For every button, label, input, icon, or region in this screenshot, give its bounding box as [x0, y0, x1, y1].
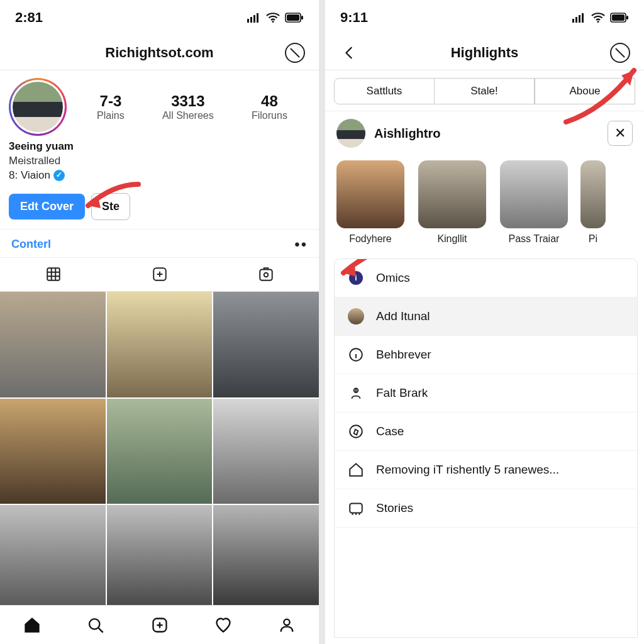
svg-rect-25: [572, 19, 574, 23]
add-tab-icon[interactable]: [106, 258, 213, 291]
svg-rect-26: [575, 17, 577, 23]
bio-name: 3eeing yuam: [9, 140, 310, 154]
battery-icon: [610, 13, 629, 23]
profile-bio: 3eeing yuam Meistralled 8: Viaion: [0, 140, 319, 189]
stat-following[interactable]: 48 Filoruns: [252, 92, 287, 121]
nav-bar: Highlights: [325, 35, 644, 70]
back-icon[interactable]: [338, 42, 360, 64]
grid-photo[interactable]: [107, 505, 213, 605]
bio-category: Meistralled: [9, 154, 310, 169]
highlight-label: Fodyhere: [335, 233, 406, 245]
grid-photo[interactable]: [213, 505, 319, 605]
user-avatar[interactable]: [336, 119, 365, 148]
svg-point-24: [284, 619, 290, 625]
highlight-label: Pi: [580, 233, 606, 245]
grid-tab-icon[interactable]: [0, 258, 106, 291]
profile-tab-icon[interactable]: [255, 606, 319, 644]
cellular-signal-icon: [247, 13, 261, 23]
highlight-thumbnail: [580, 160, 606, 228]
create-tab-icon[interactable]: [128, 606, 191, 644]
badge-icon: i: [347, 269, 365, 287]
svg-point-18: [264, 273, 268, 277]
highlights-screen: 9:11 Highlights Sattluts Stale! Aboue: [325, 0, 644, 644]
menu-item-label: Add Itunal: [376, 309, 430, 323]
grid-photo[interactable]: [107, 399, 213, 504]
settings-icon[interactable]: [609, 42, 631, 64]
secondary-button[interactable]: Ste: [91, 193, 130, 220]
highlights-row: Fodyhere Kingllit Pass Traiar Pi: [325, 159, 644, 247]
menu-item-falt-brark[interactable]: Falt Brark: [335, 374, 637, 413]
bio-detail: 8: Viaion: [9, 169, 310, 183]
profile-screen: 2:81 Richightsot.com 7-3 Plains: [0, 0, 319, 644]
activity-tab-icon[interactable]: [191, 606, 255, 644]
svg-point-19: [89, 619, 99, 629]
svg-rect-28: [582, 13, 584, 23]
svg-rect-32: [626, 16, 628, 19]
profile-action-row: Edt Cover Ste: [0, 189, 319, 229]
grid-photo[interactable]: [213, 399, 319, 504]
stat-followers[interactable]: 3313 All Sherees: [162, 92, 214, 121]
wifi-icon: [591, 13, 605, 23]
stat-number: 48: [252, 92, 287, 110]
svg-rect-41: [350, 503, 362, 513]
grid-photo[interactable]: [107, 292, 213, 397]
highlight-thumbnail: [336, 160, 404, 228]
close-icon: ✕: [614, 125, 626, 142]
status-icons: [247, 13, 304, 23]
page-title: Highlights: [360, 45, 609, 61]
svg-rect-27: [579, 15, 580, 23]
highlight-thumbnail: [418, 160, 486, 228]
stat-number: 3313: [162, 92, 214, 110]
segment-control: Sattluts Stale! Aboue: [325, 70, 644, 111]
segment-tab[interactable]: Aboue: [535, 78, 635, 104]
menu-item-case[interactable]: Case: [335, 413, 637, 451]
profile-header: 7-3 Plains 3313 All Sherees 48 Filoruns: [0, 70, 319, 140]
more-options-icon[interactable]: ••: [294, 236, 308, 253]
svg-rect-31: [612, 14, 625, 21]
status-bar: 9:11: [325, 0, 644, 35]
content-tab[interactable]: Conterl: [11, 238, 51, 251]
stat-label: Filoruns: [252, 110, 287, 121]
highlight-item[interactable]: Fodyhere: [335, 160, 406, 245]
edit-cover-button[interactable]: Edt Cover: [9, 194, 85, 219]
highlight-item[interactable]: Pi: [580, 160, 606, 245]
segment-tab[interactable]: Stale!: [435, 78, 535, 104]
menu-item-behbrever[interactable]: Behbrever: [335, 336, 637, 374]
home-tab-icon[interactable]: [0, 606, 64, 644]
highlight-item[interactable]: Pass Traiar: [499, 160, 569, 245]
menu-sheet: i Omics Add Itunal Behbrever Falt Brark …: [334, 258, 638, 638]
menu-item-stories[interactable]: Stories: [335, 489, 637, 528]
menu-item-label: Behbrever: [376, 348, 431, 362]
segment-tab[interactable]: Sattluts: [334, 78, 435, 104]
menu-item-removing[interactable]: Removing iT rishently 5 ranewes...: [335, 451, 637, 489]
user-row: Aishlightro ✕: [325, 111, 644, 159]
download-icon: [347, 384, 365, 402]
status-time: 9:11: [340, 9, 368, 26]
menu-item-omics[interactable]: i Omics: [335, 259, 637, 297]
stat-label: All Sherees: [162, 110, 214, 121]
grid-photo[interactable]: [0, 292, 106, 397]
menu-item-label: Omics: [376, 271, 410, 285]
search-tab-icon[interactable]: [64, 606, 127, 644]
nav-bar: Richightsot.com: [0, 35, 319, 70]
svg-line-20: [99, 628, 103, 632]
stat-posts[interactable]: 7-3 Plains: [97, 92, 125, 121]
svg-rect-9: [47, 269, 60, 281]
profile-avatar[interactable]: [9, 78, 67, 136]
grid-photo[interactable]: [0, 505, 106, 605]
profile-stats: 7-3 Plains 3313 All Sherees 48 Filoruns: [78, 92, 306, 121]
menu-item-add[interactable]: Add Itunal: [335, 297, 637, 336]
highlight-label: Kingllit: [417, 233, 487, 245]
svg-rect-6: [287, 14, 299, 21]
svg-rect-17: [260, 270, 272, 280]
grid-photo[interactable]: [0, 399, 106, 504]
wifi-icon: [266, 13, 280, 23]
bottom-tab-bar: [0, 605, 319, 644]
close-button[interactable]: ✕: [608, 121, 633, 146]
feed-type-tabs: [0, 258, 319, 292]
tagged-tab-icon[interactable]: [213, 258, 319, 291]
highlight-item[interactable]: Kingllit: [417, 160, 487, 245]
discover-people-icon[interactable]: [284, 42, 306, 64]
svg-rect-3: [257, 13, 258, 23]
grid-photo[interactable]: [213, 292, 319, 397]
